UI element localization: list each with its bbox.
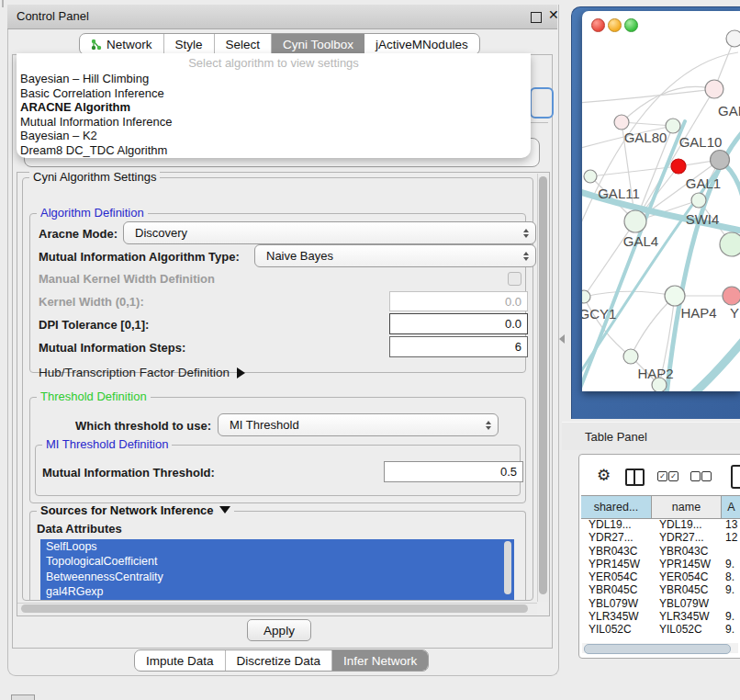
select-all-checkbox-icon[interactable]: ✓	[668, 471, 678, 481]
manual-kernel-checkbox[interactable]	[508, 272, 521, 286]
tab-cyni-toolbox[interactable]: Cyni Toolbox	[272, 34, 364, 54]
network-node-red[interactable]	[671, 159, 686, 174]
attribute-list-item[interactable]: BetweennessCentrality	[40, 570, 514, 584]
network-node-bottom[interactable]	[652, 378, 667, 391]
table-cell: YDR27...	[581, 531, 652, 544]
table-panel-titlebar[interactable]: Table Panel	[562, 422, 740, 450]
table-row[interactable]: YBL079WYBL079W	[581, 597, 740, 610]
table-row[interactable]: YBR045CYBR045C9.	[581, 583, 740, 596]
mi-type-combo[interactable]: Naive Bayes	[254, 244, 536, 267]
tab-style[interactable]: Style	[164, 34, 215, 54]
network-node-salmon[interactable]	[723, 287, 740, 305]
attribute-list-item[interactable]: SelfLoops	[40, 539, 514, 554]
network-node-gal11[interactable]	[584, 170, 597, 183]
dropdown-option[interactable]: Bayesian – Hill Climbing	[17, 72, 531, 86]
network-node-gcy1[interactable]	[582, 290, 590, 303]
table-row[interactable]: YDR27...YDR27...12	[581, 531, 740, 544]
dpi-tolerance-field[interactable]: 0.0	[389, 313, 528, 334]
network-node-gray[interactable]	[711, 151, 730, 170]
which-threshold-value: MI Threshold	[230, 418, 299, 432]
settings-vertical-scrollbar[interactable]	[537, 174, 549, 602]
dropdown-option[interactable]: Basic Correlation Inference	[17, 86, 531, 101]
table-cell: YLR345W	[581, 610, 652, 623]
bottom-tabstrip: Impute DataDiscretize DataInfer Network	[134, 649, 429, 672]
network-node-hap2[interactable]	[623, 349, 638, 364]
network-node-gal80[interactable]	[614, 115, 629, 130]
list-scrollbar-thumb[interactable]	[504, 541, 511, 594]
deselect-all-checkbox-icon[interactable]	[701, 471, 712, 481]
hub-section-toggle[interactable]: Hub/Transcription Factor Definition	[39, 366, 245, 379]
control-panel-titlebar[interactable]: Control Panel ✕	[7, 5, 557, 29]
table-cell: YBL079W	[581, 597, 652, 610]
column-header-name[interactable]: name	[652, 496, 722, 518]
close-icon[interactable]: ✕	[548, 7, 559, 22]
which-threshold-combo[interactable]: MI Threshold	[218, 413, 499, 436]
table-cell: 13	[722, 518, 740, 531]
aracne-mode-value: Discovery	[135, 226, 187, 240]
network-node-top[interactable]	[726, 30, 740, 47]
table-cell	[722, 597, 740, 610]
network-node-label: HAP4	[680, 305, 716, 321]
collapsed-panel-icon[interactable]	[11, 694, 35, 700]
dropdown-option[interactable]: ARACNE Algorithm	[17, 100, 531, 115]
table-row[interactable]: YIL052CYIL052C9.	[581, 623, 740, 635]
table-cell: YDL19...	[652, 518, 722, 531]
tab-select[interactable]: Select	[215, 34, 273, 54]
mi-threshold-field[interactable]: 0.5	[384, 461, 523, 482]
tab-impute-data[interactable]: Impute Data	[135, 650, 226, 671]
network-icon	[91, 39, 102, 51]
gear-icon[interactable]: ⚙	[597, 468, 611, 483]
table-row[interactable]: YER054CYER054C8.	[581, 570, 740, 583]
table-row[interactable]: YPR145WYPR145W9.	[581, 558, 740, 570]
attribute-list-item[interactable]: gal4RGexp	[40, 584, 514, 599]
tab-discretize-data[interactable]: Discretize Data	[226, 650, 333, 671]
network-node-gal4[interactable]	[624, 210, 646, 232]
table-cell: 9.	[722, 610, 740, 623]
float-window-icon[interactable]	[531, 12, 542, 23]
deselect-all-checkbox-icon[interactable]	[690, 471, 701, 481]
table-cell: 8.	[722, 570, 740, 583]
horizontal-scrollbar-thumb[interactable]	[21, 604, 528, 613]
aracne-mode-label: Aracne Mode:	[39, 227, 118, 241]
network-canvas[interactable]: GALGAL80GAL10GAL11GAL1GAL4SWI4GCY1HAP4YH…	[582, 11, 740, 391]
dropdown-option[interactable]: Mutual Information Inference	[17, 115, 531, 130]
settings-horizontal-scrollbar[interactable]	[17, 603, 537, 615]
table-scrollbar-thumb[interactable]	[584, 644, 731, 654]
dropdown-option[interactable]: Dream8 DC_TDC Algorithm	[17, 143, 531, 158]
select-all-checkbox-icon[interactable]: ✓	[657, 471, 667, 481]
tab-network[interactable]: Network	[80, 34, 164, 54]
table-row[interactable]: YLR345WYLR345W9.	[581, 610, 740, 623]
network-node-hap4[interactable]	[665, 286, 685, 306]
tab-jactivemnodules[interactable]: jActiveMNodules	[364, 34, 479, 54]
mi-steps-field[interactable]: 6	[389, 336, 528, 357]
partial-icon[interactable]	[731, 465, 740, 489]
network-node-gal1[interactable]	[691, 193, 706, 208]
data-attributes-label: Data Attributes	[37, 522, 122, 536]
kernel-width-field[interactable]: 0.0	[389, 291, 528, 311]
vertical-scrollbar-thumb[interactable]	[539, 176, 547, 594]
attribute-list-item[interactable]: TopologicalCoefficient	[40, 554, 514, 569]
network-node-gal10[interactable]	[666, 119, 680, 133]
column-header-a[interactable]: A	[722, 496, 740, 518]
tab-infer-network[interactable]: Infer Network	[332, 650, 428, 671]
table-cell: YLR345W	[652, 610, 722, 623]
apply-button[interactable]: Apply	[247, 619, 311, 641]
column-header-shared[interactable]: shared...	[581, 496, 652, 518]
table-horizontal-scrollbar[interactable]	[582, 643, 738, 653]
table-row[interactable]: YDL19...YDL19...13	[581, 518, 740, 531]
data-attributes-list[interactable]: SelfLoopsTopologicalCoefficientBetweenne…	[40, 539, 514, 600]
hub-section-label: Hub/Transcription Factor Definition	[39, 366, 230, 379]
aracne-mode-combo[interactable]: Discovery	[123, 221, 536, 244]
split-columns-icon[interactable]	[625, 469, 645, 486]
sources-group-title[interactable]: Sources for Network Inference	[37, 504, 234, 517]
hidden-group-border	[531, 122, 548, 123]
network-view-window[interactable]: GALGAL80GAL10GAL11GAL1GAL4SWI4GCY1HAP4YH…	[582, 11, 740, 391]
algorithm-combo-stepper[interactable]	[530, 87, 554, 119]
network-node-swi4[interactable]	[720, 232, 740, 256]
splitter-handle-icon[interactable]	[559, 334, 565, 344]
network-node-pink2[interactable]	[705, 80, 723, 98]
algorithm-dropdown-popup: Select algorithm to view settings Bayesi…	[17, 53, 531, 158]
dropdown-option[interactable]: Bayesian – K2	[17, 129, 531, 143]
screen: Control Panel ✕ NetworkStyleSelectCyni T…	[0, 0, 740, 700]
table-row[interactable]: YBR043CYBR043C	[581, 545, 740, 558]
